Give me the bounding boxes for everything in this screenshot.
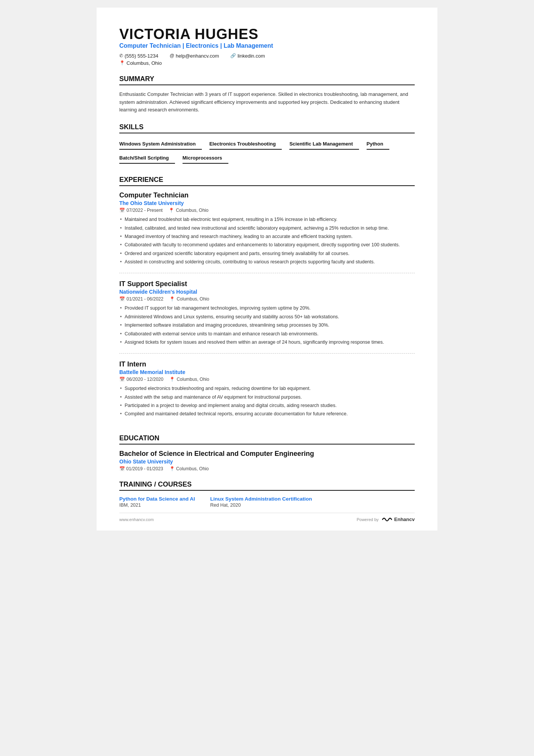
training-section: TRAINING / COURSES Python for Data Scien…: [119, 481, 415, 508]
email-icon: @: [170, 53, 174, 58]
bullet-item: Administered Windows and Linux systems, …: [119, 313, 415, 321]
bullet-item: Assisted with the setup and maintenance …: [119, 394, 415, 401]
candidate-title: Computer Technician | Electronics | Lab …: [119, 42, 415, 49]
bullet-item: Implemented software installation and im…: [119, 322, 415, 329]
experience-entry: IT Intern Battelle Memorial Institute 📅 …: [119, 360, 415, 425]
edu-dates: 📅 01/2019 - 01/2023: [119, 466, 163, 471]
linkedin-contact: 🔗 linkedin.com: [230, 53, 265, 59]
job-title: IT Intern: [119, 360, 415, 368]
training-org: IBM, 2021: [119, 502, 195, 508]
contact-row-1: ✆ (555) 555-1234 @ help@enhancv.com 🔗 li…: [119, 53, 415, 59]
job-title: IT Support Specialist: [119, 280, 415, 288]
map-pin-icon: 📍: [169, 466, 175, 471]
calendar-icon: 📅: [119, 208, 125, 213]
bullet-item: Maintained and troubleshot lab electroni…: [119, 216, 415, 223]
email-value: help@enhancv.com: [176, 53, 219, 59]
experience-title: EXPERIENCE: [119, 176, 415, 186]
training-item: Python for Data Science and AI IBM, 2021: [119, 496, 195, 508]
summary-text: Enthusiastic Computer Technician with 3 …: [119, 91, 415, 114]
job-title: Computer Technician: [119, 191, 415, 199]
linkedin-value: linkedin.com: [237, 53, 265, 59]
brand-name: Enhancv: [394, 517, 415, 522]
powered-by-label: Powered by: [357, 517, 379, 522]
location-value: Columbus, Ohio: [126, 60, 162, 66]
bullet-item: Compiled and maintained detailed technic…: [119, 410, 415, 418]
phone-icon: ✆: [119, 53, 123, 58]
footer: www.enhancv.com Powered by Enhancv: [119, 513, 415, 523]
experience-entry: IT Support Specialist Nationwide Childre…: [119, 280, 415, 354]
bullet-item: Assisted in constructing and soldering c…: [119, 258, 415, 266]
enhancv-logo: Enhancv: [381, 516, 415, 523]
experience-section: EXPERIENCE Computer Technician The Ohio …: [119, 176, 415, 425]
skill-item: Python: [367, 139, 389, 150]
bullet-item: Ordered and organized scientific laborat…: [119, 250, 415, 257]
footer-brand: Powered by Enhancv: [357, 516, 415, 523]
edu-degree: Bachelor of Science in Electrical and Co…: [119, 450, 415, 458]
company-name: Battelle Memorial Institute: [119, 369, 415, 375]
header: VICTORIA HUGHES Computer Technician | El…: [119, 27, 415, 66]
skill-item: Microprocessors: [183, 153, 228, 164]
map-pin-icon: 📍: [169, 377, 175, 382]
skill-item: Scientific Lab Management: [289, 139, 359, 150]
training-org: Red Hat, 2020: [210, 502, 312, 508]
skills-section: SKILLS Windows System AdministrationElec…: [119, 123, 415, 167]
calendar-icon: 📅: [119, 377, 125, 382]
company-name: The Ohio State University: [119, 200, 415, 206]
bullet-item: Supported electronics troubleshooting an…: [119, 385, 415, 392]
edu-location: 📍 Columbus, Ohio: [169, 466, 209, 471]
skill-item: Electronics Troubleshooting: [209, 139, 282, 150]
job-dates: 📅 06/2020 - 12/2020: [119, 377, 163, 382]
calendar-icon: 📅: [119, 296, 125, 302]
bullet-item: Collaborated with faculty to recommend u…: [119, 241, 415, 249]
training-title-text: Linux System Administration Certificatio…: [210, 496, 312, 502]
location-icon: 📍: [119, 60, 125, 66]
bullet-item: Provided IT support for lab management t…: [119, 305, 415, 312]
link-icon: 🔗: [230, 53, 236, 58]
map-pin-icon: 📍: [169, 208, 174, 213]
experience-entry: Computer Technician The Ohio State Unive…: [119, 191, 415, 273]
location-contact: 📍 Columbus, Ohio: [119, 60, 162, 66]
company-name: Nationwide Children's Hospital: [119, 289, 415, 295]
candidate-name: VICTORIA HUGHES: [119, 27, 415, 42]
summary-section: SUMMARY Enthusiastic Computer Technician…: [119, 75, 415, 114]
skill-item: Batch/Shell Scripting: [119, 153, 175, 164]
email-contact: @ help@enhancv.com: [170, 53, 219, 59]
skills-title: SKILLS: [119, 123, 415, 133]
edu-school: Ohio State University: [119, 459, 415, 465]
calendar-icon: 📅: [119, 466, 125, 471]
phone-value: (555) 555-1234: [125, 53, 158, 59]
job-dates: 📅 01/2021 - 06/2022: [119, 296, 163, 302]
bullet-item: Participated in a project to develop and…: [119, 402, 415, 409]
job-dates: 📅 07/2022 - Present: [119, 208, 162, 213]
resume-page: VICTORIA HUGHES Computer Technician | El…: [97, 8, 437, 531]
education-entry: Bachelor of Science in Electrical and Co…: [119, 450, 415, 471]
training-item: Linux System Administration Certificatio…: [210, 496, 312, 508]
job-meta: 📅 01/2021 - 06/2022 📍 Columbus, Ohio: [119, 296, 415, 302]
bullet-list: Supported electronics troubleshooting an…: [119, 385, 415, 418]
phone-contact: ✆ (555) 555-1234: [119, 53, 158, 59]
summary-title: SUMMARY: [119, 75, 415, 85]
skill-item: Windows System Administration: [119, 139, 202, 150]
footer-website: www.enhancv.com: [119, 517, 154, 522]
education-section: EDUCATION Bachelor of Science in Electri…: [119, 434, 415, 471]
edu-meta: 📅 01/2019 - 01/2023 📍 Columbus, Ohio: [119, 466, 415, 471]
bullet-list: Maintained and troubleshot lab electroni…: [119, 216, 415, 266]
training-title: TRAINING / COURSES: [119, 481, 415, 491]
bullet-item: Managed inventory of teaching and resear…: [119, 233, 415, 240]
map-pin-icon: 📍: [169, 296, 175, 302]
job-location: 📍 Columbus, Ohio: [169, 377, 209, 382]
bullet-list: Provided IT support for lab management t…: [119, 305, 415, 346]
training-title-text: Python for Data Science and AI: [119, 496, 195, 502]
bullet-item: Collaborated with external service units…: [119, 330, 415, 338]
skills-grid: Windows System AdministrationElectronics…: [119, 139, 415, 167]
enhancv-logo-icon: [381, 516, 393, 523]
job-meta: 📅 07/2022 - Present 📍 Columbus, Ohio: [119, 208, 415, 213]
bullet-item: Assigned tickets for system issues and r…: [119, 339, 415, 346]
education-title: EDUCATION: [119, 434, 415, 445]
bullet-item: Installed, calibrated, and tested new in…: [119, 225, 415, 232]
contact-row-2: 📍 Columbus, Ohio: [119, 60, 415, 66]
job-meta: 📅 06/2020 - 12/2020 📍 Columbus, Ohio: [119, 377, 415, 382]
job-location: 📍 Columbus, Ohio: [169, 208, 208, 213]
job-location: 📍 Columbus, Ohio: [169, 296, 209, 302]
